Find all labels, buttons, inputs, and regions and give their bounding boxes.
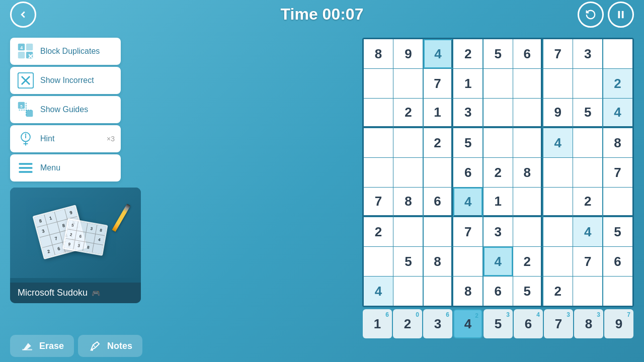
cell[interactable]: 6 bbox=[453, 158, 482, 187]
hint-button[interactable]: Hint ×3 bbox=[10, 125, 121, 152]
number-button-9[interactable]: 97 bbox=[604, 309, 633, 338]
cell[interactable] bbox=[484, 128, 513, 157]
cell[interactable] bbox=[543, 247, 573, 276]
cell[interactable]: 4 bbox=[573, 217, 602, 246]
cell[interactable] bbox=[573, 158, 602, 187]
cell[interactable]: 5 bbox=[393, 247, 423, 276]
block-duplicates-button[interactable]: 4 Block Duplicates bbox=[10, 38, 121, 65]
notes-button[interactable]: Notes bbox=[78, 335, 142, 357]
cell[interactable] bbox=[424, 277, 453, 306]
cell[interactable]: 8 bbox=[393, 188, 423, 217]
cell[interactable] bbox=[603, 188, 632, 217]
cell[interactable]: 3 bbox=[484, 217, 513, 246]
cell[interactable]: 4 bbox=[364, 277, 393, 306]
cell[interactable] bbox=[603, 39, 632, 68]
cell[interactable]: 7 bbox=[543, 39, 573, 68]
cell[interactable] bbox=[393, 158, 423, 187]
cell[interactable]: 7 bbox=[424, 69, 453, 98]
cell[interactable] bbox=[573, 277, 602, 306]
cell[interactable] bbox=[513, 217, 542, 246]
cell[interactable] bbox=[364, 158, 393, 187]
cell[interactable]: 7 bbox=[453, 217, 482, 246]
cell[interactable]: 2 bbox=[573, 188, 602, 217]
cell[interactable]: 8 bbox=[603, 128, 632, 157]
cell[interactable] bbox=[484, 99, 513, 128]
cell[interactable] bbox=[603, 277, 632, 306]
number-button-8[interactable]: 83 bbox=[574, 309, 603, 338]
cell[interactable] bbox=[424, 158, 453, 187]
cell[interactable]: 2 bbox=[484, 158, 513, 187]
cell[interactable] bbox=[364, 99, 393, 128]
cell[interactable]: 5 bbox=[453, 128, 482, 157]
cell[interactable]: 7 bbox=[364, 188, 393, 217]
cell[interactable]: 7 bbox=[573, 247, 602, 276]
number-button-3[interactable]: 36 bbox=[423, 309, 452, 338]
cell[interactable]: 9 bbox=[543, 99, 573, 128]
number-button-2[interactable]: 20 bbox=[393, 309, 422, 338]
cell[interactable]: 4 bbox=[603, 99, 632, 128]
cell[interactable]: 2 bbox=[603, 69, 632, 98]
cell[interactable]: 4 bbox=[424, 39, 453, 68]
number-button-1[interactable]: 16 bbox=[363, 309, 392, 338]
cell[interactable] bbox=[424, 217, 453, 246]
cell[interactable] bbox=[364, 247, 393, 276]
cell[interactable]: 5 bbox=[484, 39, 513, 68]
cell[interactable] bbox=[543, 158, 573, 187]
cell[interactable]: 6 bbox=[484, 277, 513, 306]
back-button[interactable] bbox=[10, 2, 36, 28]
cell[interactable] bbox=[393, 128, 423, 157]
cell[interactable] bbox=[573, 128, 602, 157]
cell[interactable]: 9 bbox=[393, 39, 423, 68]
cell[interactable]: 2 bbox=[393, 99, 423, 128]
cell[interactable]: 7 bbox=[603, 158, 632, 187]
number-button-4[interactable]: 42 bbox=[453, 309, 482, 338]
cell[interactable] bbox=[453, 247, 482, 276]
cell[interactable]: 1 bbox=[484, 188, 513, 217]
cell[interactable] bbox=[543, 188, 573, 217]
undo-button[interactable] bbox=[578, 2, 604, 28]
cell[interactable] bbox=[513, 188, 542, 217]
cell[interactable] bbox=[393, 69, 423, 98]
number-button-5[interactable]: 53 bbox=[484, 309, 513, 338]
cell[interactable]: 2 bbox=[453, 39, 482, 68]
cell[interactable]: 2 bbox=[543, 277, 573, 306]
cell[interactable]: 1 bbox=[424, 99, 453, 128]
cell[interactable]: 2 bbox=[424, 128, 453, 157]
cell[interactable]: 8 bbox=[424, 247, 453, 276]
cell[interactable]: 6 bbox=[603, 247, 632, 276]
cell[interactable] bbox=[543, 69, 573, 98]
cell[interactable]: 6 bbox=[424, 188, 453, 217]
cell[interactable] bbox=[573, 69, 602, 98]
menu-button[interactable]: Menu bbox=[10, 154, 121, 182]
cell[interactable]: 5 bbox=[603, 217, 632, 246]
cell[interactable]: 5 bbox=[573, 99, 602, 128]
cell[interactable]: 8 bbox=[453, 277, 482, 306]
cell[interactable]: 2 bbox=[513, 247, 542, 276]
pause-button[interactable] bbox=[608, 2, 634, 28]
cell[interactable] bbox=[364, 128, 393, 157]
cell[interactable]: 2 bbox=[364, 217, 393, 246]
cell[interactable] bbox=[543, 217, 573, 246]
cell[interactable]: 8 bbox=[513, 158, 542, 187]
cell[interactable]: 4 bbox=[484, 247, 513, 276]
number-button-6[interactable]: 64 bbox=[514, 309, 543, 338]
cell[interactable]: 6 bbox=[513, 39, 542, 68]
show-guides-button[interactable]: 5 Show Guides bbox=[10, 96, 121, 123]
cell[interactable] bbox=[513, 99, 542, 128]
erase-button[interactable]: Erase bbox=[10, 335, 74, 357]
number-button-7[interactable]: 73 bbox=[544, 309, 573, 338]
cell[interactable] bbox=[484, 69, 513, 98]
cell[interactable]: 4 bbox=[543, 128, 573, 157]
cell[interactable] bbox=[513, 128, 542, 157]
show-incorrect-button[interactable]: Show Incorrect bbox=[10, 67, 121, 94]
cell[interactable]: 1 bbox=[453, 69, 482, 98]
cell[interactable]: 3 bbox=[453, 99, 482, 128]
cell[interactable] bbox=[513, 69, 542, 98]
cell[interactable] bbox=[393, 217, 423, 246]
cell[interactable]: 5 bbox=[513, 277, 542, 306]
cell[interactable]: 8 bbox=[364, 39, 393, 68]
cell[interactable]: 4 bbox=[453, 188, 482, 217]
cell[interactable] bbox=[393, 277, 423, 306]
cell[interactable] bbox=[364, 69, 393, 98]
cell[interactable]: 3 bbox=[573, 39, 602, 68]
